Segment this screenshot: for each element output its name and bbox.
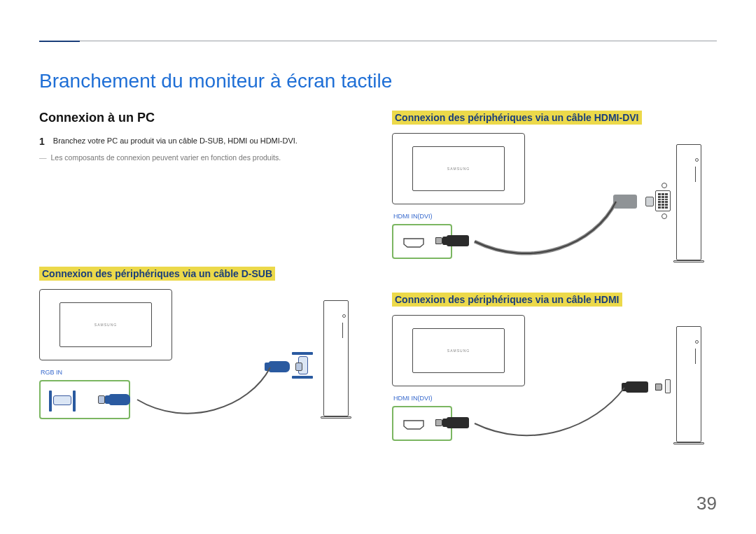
section-hdmi: Connexion des périphériques via un câble… [392, 293, 717, 455]
header-accent [39, 41, 80, 42]
hdmi-socket-icon [403, 420, 424, 430]
right-column: Connexion des périphériques via un câble… [392, 111, 717, 475]
dvi-socket-pc-icon [655, 190, 671, 211]
pc-icon [321, 300, 351, 416]
hdmi-socket-pc-icon [665, 379, 671, 393]
hdmi-socket-icon [403, 238, 424, 248]
manual-page: Branchement du moniteur à écran tactile … [0, 0, 756, 534]
monitor-icon: SAMSUNG [39, 289, 172, 360]
heading-hdmi: Connexion des périphériques via un câble… [392, 293, 622, 307]
monitor-screen: SAMSUNG [59, 302, 152, 347]
hdmi-plug-pc-icon [626, 379, 657, 395]
diagram-hdmi-dvi: SAMSUNG HDMI IN(DVI) [392, 133, 714, 273]
monitor-icon: SAMSUNG [392, 315, 525, 386]
dsub-plug-monitor-icon [109, 392, 137, 407]
dsub-plug-pc-icon [269, 359, 297, 374]
heading-hdmi-dvi: Connexion des périphériques via un câble… [392, 111, 642, 125]
section-hdmi-dvi: Connexion des périphériques via un câble… [392, 111, 717, 273]
pc-icon [673, 326, 704, 442]
brand-text: SAMSUNG [94, 323, 117, 327]
monitor-screen: SAMSUNG [412, 146, 505, 191]
brand-text: SAMSUNG [447, 349, 470, 353]
brand-text: SAMSUNG [447, 167, 470, 171]
columns: Connexion à un PC 1 Branchez votre PC au… [39, 111, 717, 475]
dvi-plug-pc-icon [613, 192, 647, 211]
note-components: Les composants de connexion peuvent vari… [39, 153, 364, 162]
page-title: Branchement du moniteur à écran tactile [39, 70, 717, 92]
port-label-hdmi-dvi: HDMI IN(DVI) [393, 213, 433, 220]
step-number: 1 [39, 136, 45, 146]
diagram-hdmi: SAMSUNG HDMI IN(DVI) [392, 315, 714, 455]
monitor-screen: SAMSUNG [412, 328, 505, 373]
step-1: 1 Branchez votre PC au produit via un câ… [39, 136, 364, 146]
page-number: 39 [696, 493, 717, 514]
step-text: Branchez votre PC au produit via un câbl… [53, 136, 298, 146]
hdmi-plug-monitor-icon [447, 415, 477, 430]
port-label-hdmi: HDMI IN(DVI) [393, 395, 433, 402]
left-column: Connexion à un PC 1 Branchez votre PC au… [39, 111, 364, 475]
diagram-dsub: SAMSUNG RGB IN [39, 289, 361, 429]
pc-icon [673, 144, 704, 260]
hdmi-plug-monitor-icon [447, 233, 477, 248]
dsub-socket-icon [53, 395, 71, 405]
subheading-connexion-pc: Connexion à un PC [39, 111, 364, 125]
section-dsub: Connexion des périphériques via un câble… [39, 267, 364, 429]
port-label-rgb: RGB IN [41, 369, 62, 376]
header-rule [39, 41, 717, 41]
monitor-icon: SAMSUNG [392, 133, 525, 204]
heading-dsub: Connexion des périphériques via un câble… [39, 267, 275, 281]
